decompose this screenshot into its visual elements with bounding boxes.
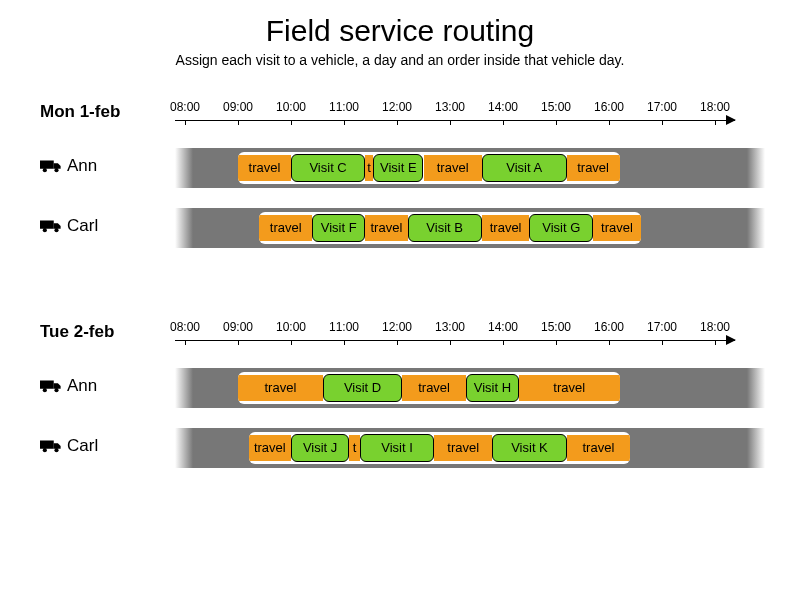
work-window: travelVisit FtravelVisit BtravelVisit Gt… (259, 212, 641, 244)
vehicle-label: Ann (40, 376, 97, 396)
visit-segment: Visit D (323, 374, 403, 402)
svg-rect-6 (40, 381, 54, 389)
travel-segment: travel (259, 215, 312, 241)
visit-segment: Visit F (312, 214, 365, 242)
travel-segment: travel (567, 435, 631, 461)
truck-icon (40, 219, 62, 233)
visit-segment: Visit A (482, 154, 567, 182)
travel-segment: travel (482, 215, 530, 241)
travel-segment: travel (402, 375, 466, 401)
timeline-lane: travelVisit JtVisit ItravelVisit Ktravel (175, 428, 765, 468)
vehicle-label: Carl (40, 216, 98, 236)
tick-label: 14:00 (488, 320, 518, 334)
tick-label: 12:00 (382, 100, 412, 114)
visit-segment: Visit H (466, 374, 519, 402)
travel-segment: travel (593, 215, 641, 241)
svg-point-1 (43, 168, 47, 172)
visit-segment: Visit I (360, 434, 434, 462)
svg-point-2 (54, 168, 58, 172)
tick-label: 17:00 (647, 320, 677, 334)
tick-label: 12:00 (382, 320, 412, 334)
tick-label: 10:00 (276, 320, 306, 334)
driver-name: Carl (67, 436, 98, 456)
visit-segment: Visit G (529, 214, 593, 242)
svg-rect-9 (40, 441, 54, 449)
day-label: Mon 1-feb (40, 102, 120, 122)
visit-segment: Visit K (492, 434, 566, 462)
tick-label: 08:00 (170, 100, 200, 114)
tick-label: 10:00 (276, 100, 306, 114)
tick-label: 16:00 (594, 100, 624, 114)
tick-label: 18:00 (700, 100, 730, 114)
time-axis: 08:0009:0010:0011:0012:0013:0014:0015:00… (175, 320, 735, 360)
day-label: Tue 2-feb (40, 322, 114, 342)
vehicle-label: Carl (40, 436, 98, 456)
driver-name: Ann (67, 156, 97, 176)
travel-segment: t (349, 435, 360, 461)
travel-segment: travel (238, 155, 291, 181)
travel-segment: travel (238, 375, 323, 401)
svg-point-5 (54, 228, 58, 232)
time-axis: 08:0009:0010:0011:0012:0013:0014:0015:00… (175, 100, 735, 140)
tick-label: 15:00 (541, 320, 571, 334)
work-window: travelVisit CtVisit EtravelVisit Atravel (238, 152, 620, 184)
travel-segment: travel (434, 435, 492, 461)
visit-segment: Visit E (373, 154, 423, 182)
svg-point-7 (43, 388, 47, 392)
travel-segment: travel (424, 155, 482, 181)
visit-segment: Visit C (291, 154, 365, 182)
visit-segment: Visit B (408, 214, 482, 242)
tick-label: 14:00 (488, 100, 518, 114)
travel-segment: travel (567, 155, 620, 181)
tick-label: 11:00 (329, 100, 359, 114)
svg-point-11 (54, 448, 58, 452)
driver-name: Ann (67, 376, 97, 396)
svg-rect-3 (40, 221, 54, 229)
tick-label: 13:00 (435, 100, 465, 114)
truck-icon (40, 379, 62, 393)
page-title: Field service routing (0, 14, 800, 48)
tick-label: 16:00 (594, 320, 624, 334)
timeline-lane: travelVisit CtVisit EtravelVisit Atravel (175, 148, 765, 188)
work-window: travelVisit DtravelVisit Htravel (238, 372, 620, 404)
work-window: travelVisit JtVisit ItravelVisit Ktravel (249, 432, 631, 464)
tick-label: 17:00 (647, 100, 677, 114)
tick-label: 09:00 (223, 100, 253, 114)
svg-point-4 (43, 228, 47, 232)
svg-rect-0 (40, 161, 54, 169)
travel-segment: travel (365, 215, 407, 241)
svg-point-10 (43, 448, 47, 452)
travel-segment: t (365, 155, 373, 181)
visit-segment: Visit J (291, 434, 349, 462)
truck-icon (40, 439, 62, 453)
tick-label: 13:00 (435, 320, 465, 334)
vehicle-label: Ann (40, 156, 97, 176)
tick-label: 08:00 (170, 320, 200, 334)
tick-label: 09:00 (223, 320, 253, 334)
page-subtitle: Assign each visit to a vehicle, a day an… (0, 52, 800, 68)
travel-segment: travel (519, 375, 620, 401)
tick-label: 15:00 (541, 100, 571, 114)
timeline-lane: travelVisit FtravelVisit BtravelVisit Gt… (175, 208, 765, 248)
tick-label: 18:00 (700, 320, 730, 334)
svg-point-8 (54, 388, 58, 392)
tick-label: 11:00 (329, 320, 359, 334)
truck-icon (40, 159, 62, 173)
driver-name: Carl (67, 216, 98, 236)
travel-segment: travel (249, 435, 291, 461)
timeline-lane: travelVisit DtravelVisit Htravel (175, 368, 765, 408)
